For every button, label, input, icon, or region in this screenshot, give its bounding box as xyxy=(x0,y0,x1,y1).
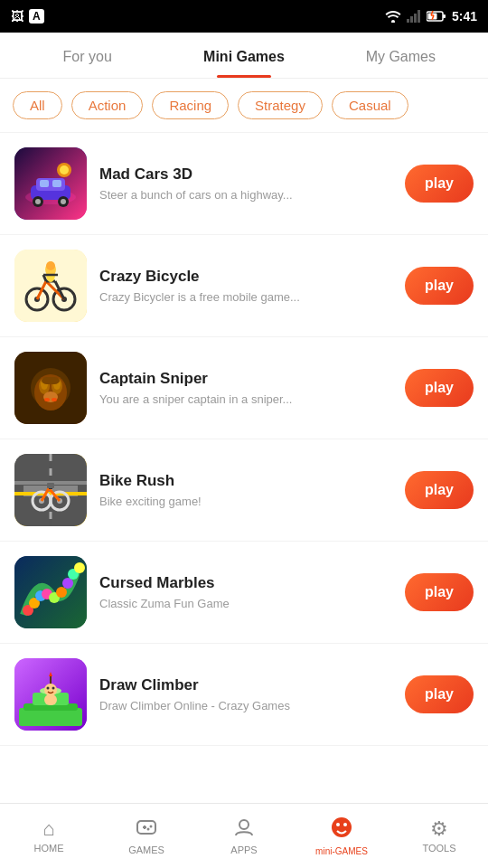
status-bar: 🖼 A 5:41 xyxy=(0,0,488,33)
game-info-bike-rush: Bike Rush Bike exciting game! xyxy=(99,472,392,508)
svg-point-60 xyxy=(62,578,73,589)
play-button-bike-rush[interactable]: play xyxy=(405,471,474,509)
svg-point-18 xyxy=(61,199,66,204)
bottom-nav-mini-games-label: mini-GAMES xyxy=(315,846,368,856)
game-thumb-draw-climber xyxy=(14,658,87,731)
bottom-nav-mini-games[interactable]: mini-GAMES xyxy=(293,804,390,868)
game-thumb-crazy-bicycle xyxy=(14,250,87,322)
game-title-bike-rush: Bike Rush xyxy=(99,472,392,490)
game-title-captain-sniper: Captain Sniper xyxy=(99,370,392,388)
game-thumb-mad-cars-3d xyxy=(14,147,87,220)
a-icon: A xyxy=(29,9,44,24)
svg-point-78 xyxy=(147,827,150,830)
game-info-draw-climber: Draw Climber Draw Climber Online - Crazy… xyxy=(99,676,392,712)
game-title-draw-climber: Draw Climber xyxy=(99,676,392,694)
svg-point-82 xyxy=(343,823,347,826)
top-nav: For you Mini Games My Games xyxy=(0,33,488,79)
game-thumb-captain-sniper xyxy=(14,352,87,424)
svg-rect-6 xyxy=(443,14,446,18)
svg-rect-52 xyxy=(47,483,54,488)
signal-icon xyxy=(407,10,421,23)
game-desc-mad-cars-3d: Steer a bunch of cars on a highway... xyxy=(99,188,392,202)
game-info-mad-cars-3d: Mad Cars 3D Steer a bunch of cars on a h… xyxy=(99,165,392,202)
game-info-captain-sniper: Captain Sniper You are a sniper captain … xyxy=(99,370,392,406)
game-title-cursed-marbles: Cursed Marbles xyxy=(99,574,392,592)
tab-my-games[interactable]: My Games xyxy=(323,33,479,78)
play-button-mad-cars-3d[interactable]: play xyxy=(405,165,474,203)
game-item-crazy-bicycle: Crazy Bicycle Crazy Bicycler is a free m… xyxy=(0,235,488,337)
play-button-crazy-bicycle[interactable]: play xyxy=(405,267,474,305)
svg-point-30 xyxy=(46,261,55,270)
category-action[interactable]: Action xyxy=(71,91,144,119)
apps-icon xyxy=(234,817,254,841)
svg-point-81 xyxy=(336,823,340,826)
svg-rect-20 xyxy=(52,180,61,187)
bottom-nav-apps-label: APPS xyxy=(230,844,257,855)
game-desc-crazy-bicycle: Crazy Bicycler is a free mobile game... xyxy=(99,290,392,304)
play-button-draw-climber[interactable]: play xyxy=(405,675,474,713)
game-title-mad-cars-3d: Mad Cars 3D xyxy=(99,165,392,184)
category-bar: All Action Racing Strategy Casual xyxy=(0,79,488,133)
svg-point-41 xyxy=(44,398,50,401)
svg-point-0 xyxy=(391,20,395,23)
bottom-nav-home-label: HOME xyxy=(34,843,64,854)
bottom-nav-games-label: GAMES xyxy=(128,844,164,855)
category-racing[interactable]: Racing xyxy=(152,91,229,119)
svg-point-80 xyxy=(332,817,352,837)
status-left-icons: 🖼 A xyxy=(11,9,44,24)
svg-rect-39 xyxy=(42,377,60,384)
svg-rect-19 xyxy=(40,180,49,187)
svg-rect-4 xyxy=(418,10,420,23)
game-desc-cursed-marbles: Classic Zuma Fun Game xyxy=(99,597,392,610)
svg-point-42 xyxy=(52,398,57,401)
tools-icon: ⚙ xyxy=(430,819,448,839)
bottom-nav: ⌂ HOME GAMES APPS xyxy=(0,803,488,868)
svg-point-73 xyxy=(52,687,55,690)
game-item-cursed-marbles: Cursed Marbles Classic Zuma Fun Game pla… xyxy=(0,542,488,644)
bottom-nav-games[interactable]: GAMES xyxy=(98,804,195,868)
category-casual[interactable]: Casual xyxy=(332,91,408,119)
bottom-nav-tools[interactable]: ⚙ TOOLS xyxy=(390,804,488,868)
game-title-crazy-bicycle: Crazy Bicycle xyxy=(99,268,392,286)
status-right-icons: 5:41 xyxy=(385,9,477,24)
home-icon: ⌂ xyxy=(42,819,54,839)
svg-point-59 xyxy=(56,587,67,598)
tab-mini-games[interactable]: Mini Games xyxy=(165,33,322,78)
game-desc-draw-climber: Draw Climber Online - Crazy Games xyxy=(99,699,392,712)
game-thumb-bike-rush xyxy=(14,454,87,526)
svg-rect-3 xyxy=(414,14,417,23)
play-button-cursed-marbles[interactable]: play xyxy=(405,573,474,611)
svg-rect-2 xyxy=(410,16,413,23)
games-icon xyxy=(136,817,157,841)
svg-point-16 xyxy=(35,199,41,204)
svg-point-62 xyxy=(74,562,85,573)
mini-games-icon xyxy=(330,816,353,843)
svg-point-71 xyxy=(44,684,57,696)
tab-for-you[interactable]: For you xyxy=(9,33,165,78)
battery-icon xyxy=(427,10,446,23)
game-item-captain-sniper: Captain Sniper You are a sniper captain … xyxy=(0,337,488,439)
game-item-mad-cars-3d: Mad Cars 3D Steer a bunch of cars on a h… xyxy=(0,133,488,235)
svg-point-72 xyxy=(47,687,50,690)
game-item-draw-climber: Draw Climber Draw Climber Online - Crazy… xyxy=(0,644,488,746)
game-info-crazy-bicycle: Crazy Bicycle Crazy Bicycler is a free m… xyxy=(99,268,392,304)
time-display: 5:41 xyxy=(452,9,477,24)
game-thumb-cursed-marbles xyxy=(14,556,87,628)
game-info-cursed-marbles: Cursed Marbles Classic Zuma Fun Game xyxy=(99,574,392,610)
category-strategy[interactable]: Strategy xyxy=(238,91,323,119)
photo-icon: 🖼 xyxy=(11,9,23,24)
game-desc-bike-rush: Bike exciting game! xyxy=(99,495,392,508)
game-item-bike-rush: Bike Rush Bike exciting game! play xyxy=(0,439,488,542)
game-desc-captain-sniper: You are a sniper captain in a sniper... xyxy=(99,392,392,406)
svg-point-22 xyxy=(60,165,69,175)
game-list: Mad Cars 3D Steer a bunch of cars on a h… xyxy=(0,133,488,746)
play-button-captain-sniper[interactable]: play xyxy=(405,369,474,407)
bottom-nav-apps[interactable]: APPS xyxy=(195,804,293,868)
svg-point-77 xyxy=(150,825,153,827)
bottom-nav-tools-label: TOOLS xyxy=(422,843,455,854)
bottom-nav-home[interactable]: ⌂ HOME xyxy=(0,804,98,868)
svg-point-79 xyxy=(239,820,249,829)
wifi-icon xyxy=(385,10,401,23)
svg-rect-1 xyxy=(407,19,409,23)
category-all[interactable]: All xyxy=(13,91,62,119)
